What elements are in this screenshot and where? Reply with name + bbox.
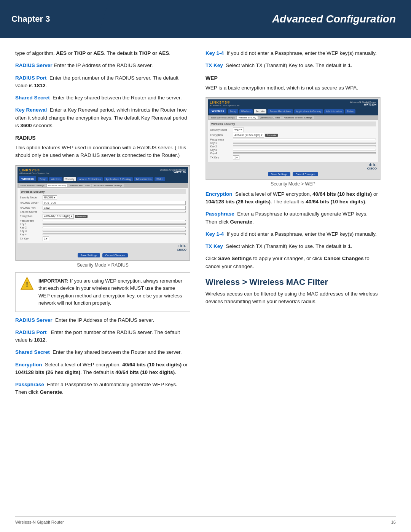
rm-model-2: Wireless N Gigabit Router WRT310N (350, 101, 376, 106)
click-save-para: Click Save Settings to apply your change… (206, 255, 381, 270)
rm-tab-setup-1: Setup (38, 177, 48, 181)
rm-body-1: Wireless Security Security Mode RADIUS ▾… (18, 188, 188, 243)
screenshot-caption-2: Security Mode > WEP (206, 181, 381, 187)
footer-left: Wireless-N Gigabit Router (15, 520, 64, 524)
rm-subtab-basic-1: Basic Wireless Settings (19, 184, 46, 187)
rm-subtab-security-2: Wireless Security (237, 116, 258, 119)
rm-field-key2-1: Key 2 (20, 226, 186, 229)
rm-tabs-2: Setup Wireless Security Access Restricti… (228, 109, 377, 113)
rm-section-title-2: Wireless Security (210, 121, 376, 126)
router-mock-2: LINKSYS® A Division of Cisco Systems, In… (206, 97, 380, 179)
warning-icon: ! (20, 276, 34, 290)
rm-field-encryption-2: Encryption 40/64-bit (10 hex digits) ▾ G… (210, 133, 376, 137)
router-screenshot-1: LINKSYS® A Division of Cisco Systems, In… (15, 165, 190, 261)
shared-secret2-para: Shared Secret Enter the key shared betwe… (15, 348, 190, 356)
rm-tab-wireless-2: Wireless (239, 109, 253, 113)
rm-nav-row-2: Wireless Setup Wireless Security Access … (208, 108, 378, 115)
key14b-label: Key 1-4 (206, 231, 224, 237)
rm-field-passphrase-1: Passphrase (20, 219, 186, 222)
rm-model-1: Wireless N Gigabit Router WRT310N (160, 169, 186, 174)
footer-right: 16 (391, 520, 396, 524)
radius-desc-para: This option features WEP used in coordin… (15, 144, 190, 160)
key14b-para: Key 1-4 If you did not enter a Passphras… (206, 230, 381, 238)
rm-subtab-mac-2: Wireless MAC Filter (258, 116, 282, 119)
rm-cisco-2: ılılı. CISCO (208, 162, 378, 171)
radius-server2-para: RADIUS Server Enter the IP Address of th… (15, 316, 190, 324)
rm-subtab-advanced-1: Advanced Wireless Settings (92, 184, 124, 187)
rm-save-btn-1[interactable]: Save Settings (78, 253, 100, 257)
rm-subtitle-1: A Division of Cisco Systems, Inc. (19, 172, 50, 174)
rm-wireless-btn-1: Wireless (19, 176, 36, 181)
radius-server-para: RADIUS Server Enter the IP Address of th… (15, 62, 190, 69)
key-renewal-label: Key Renewal (15, 107, 47, 113)
rm-subtab-security-1: Wireless Security (47, 184, 67, 187)
router-mock-1: LINKSYS® A Division of Cisco Systems, In… (16, 165, 190, 260)
radius-server-label: RADIUS Server (15, 62, 53, 68)
rm-field-key1-2: Key 1 (210, 142, 376, 144)
shared-secret2-label: Shared Secret (15, 349, 50, 355)
rm-subtabs-1: Basic Wireless Settings Wireless Securit… (18, 183, 188, 188)
screenshot-caption-1: Security Mode > RADIUS (15, 262, 190, 268)
rm-tabs-1: Setup Wireless Security Access Restricti… (38, 177, 186, 181)
rm-save-btn-2[interactable]: Save Settings (268, 172, 290, 176)
rm-field-key1-1: Key 1 (20, 223, 186, 225)
rm-field-tx-key-1: TX Key 1 ▾ (20, 236, 186, 241)
encryption2-label: Encryption (206, 191, 233, 197)
rm-cancel-btn-2[interactable]: Cancel Changes (293, 172, 319, 176)
intro-paragraph: type of algorithm, AES or TKIP or AES. T… (15, 50, 190, 57)
chapter-label: Chapter 3 (0, 0, 97, 38)
rm-subtitle-2: A Division of Cisco Systems, Inc. (210, 104, 240, 107)
rm-field-radius-server-1: RADIUS Server 0 . 0 . 0 . 0 (20, 201, 186, 205)
rm-tab-status-1: Status (155, 177, 165, 181)
rm-footer-2: Save Settings Cancel Changes (208, 171, 378, 177)
tx-key-label: TX Key (206, 62, 223, 68)
wireless-mac-desc: Wireless access can be filtered by using… (206, 290, 381, 306)
rm-field-security-mode-1: Security Mode RADIUS ▾ (20, 195, 186, 200)
tx-key2-label: TX Key (206, 243, 223, 249)
important-notice: ! IMPORTANT: If you are using WEP encryp… (15, 272, 190, 312)
rm-field-passphrase-2: Passphrase (210, 138, 376, 141)
tx-key2-para: TX Key Select which TX (Transmit) Key to… (206, 243, 381, 250)
radius-port2-para: RADIUS Port Enter the port number of the… (15, 329, 190, 344)
shared-secret-para: Shared Secret Enter the key shared betwe… (15, 94, 190, 102)
radius-port-para: RADIUS Port Enter the port number of the… (15, 74, 190, 90)
main-content: type of algorithm, AES or TKIP or AES. T… (0, 38, 411, 424)
svg-text:!: ! (26, 281, 28, 289)
rm-logo-1: LINKSYS® (19, 168, 50, 172)
page-title: Advanced Configuration (272, 13, 396, 25)
encryption-label: Encryption (15, 362, 42, 367)
page-header: Chapter 3 Advanced Configuration (0, 0, 411, 38)
rm-field-key4-1: Key 4 (20, 233, 186, 236)
shared-secret-label: Shared Secret (15, 95, 50, 101)
important-label: IMPORTANT: (38, 278, 68, 284)
rm-field-key2-2: Key 2 (210, 145, 376, 148)
key14-label: Key 1-4 (206, 50, 224, 56)
rm-tab-security-2: Security (254, 109, 266, 113)
rm-field-shared-secret-1: Shared Secret (20, 211, 186, 213)
page-footer: Wireless-N Gigabit Router 16 (15, 516, 396, 524)
rm-footer-1: Save Settings Cancel Changes (18, 252, 188, 259)
rm-wireless-btn-2: Wireless (209, 109, 226, 113)
rm-subtabs-2: Basic Wireless Settings Wireless Securit… (208, 115, 378, 120)
rm-field-key3-2: Key 3 (210, 149, 376, 151)
radius-section-heading: RADIUS (15, 135, 190, 141)
router-screenshot-2: LINKSYS® A Division of Cisco Systems, In… (206, 97, 381, 180)
rm-tab-access-1: Access Restrictions (77, 177, 103, 181)
rm-subtab-basic-2: Basic Wireless Settings (209, 116, 236, 119)
radius-port2-label: RADIUS Port (15, 329, 47, 335)
rm-section-title-1: Wireless Security (20, 189, 186, 194)
rm-subtab-mac-1: Wireless MAC Filter (68, 184, 91, 187)
passphrase-label: Passphrase (15, 382, 44, 387)
key14-para: Key 1-4 If you did not enter a Passphras… (206, 50, 381, 57)
rm-field-radius-port-1: RADIUS Port 1812 (20, 206, 186, 210)
rm-field-security-mode-2: Security Mode WEP ▾ (210, 128, 376, 132)
rm-tab-wireless-1: Wireless (49, 177, 62, 181)
encryption-para: Encryption Select a level of WEP encrypt… (15, 361, 190, 377)
rm-cancel-btn-1[interactable]: Cancel Changes (102, 253, 128, 257)
rm-tab-apps-2: Applications & Gaming (294, 109, 323, 113)
rm-field-encryption-1: Encryption 40/64-bit (10 hex digits) ▾ G… (20, 214, 186, 219)
radius-server2-label: RADIUS Server (15, 317, 53, 323)
rm-tab-access-2: Access Restrictions (268, 109, 293, 113)
right-column: Key 1-4 If you did not enter a Passphras… (206, 50, 381, 401)
rm-logo-2: LINKSYS® (210, 101, 240, 104)
